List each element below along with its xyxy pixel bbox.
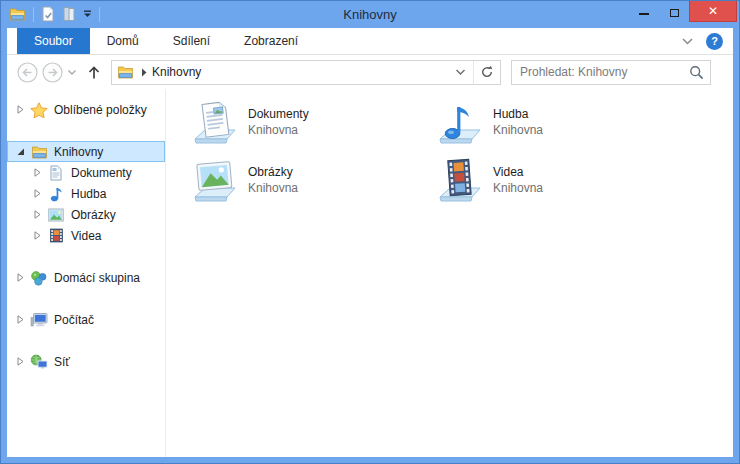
tab-share[interactable]: Sdílení: [156, 28, 227, 54]
tile-title: Hudba: [493, 107, 543, 121]
pictures-icon: [47, 207, 65, 223]
collapsed-expander-icon[interactable]: [15, 105, 26, 114]
collapsed-expander-icon[interactable]: [15, 357, 26, 366]
favorites-star-icon: [30, 102, 48, 118]
pictures-library-icon: [191, 158, 239, 206]
sidebar-item-libraries[interactable]: Knihovny: [7, 141, 165, 162]
sidebar-item-label: Videa: [71, 229, 101, 243]
minimize-icon: [639, 12, 649, 15]
collapsed-expander-icon[interactable]: [15, 315, 26, 324]
sidebar-item-network[interactable]: Síť: [7, 351, 165, 372]
window-controls: ✕: [629, 1, 737, 22]
collapsed-expander-icon[interactable]: [32, 231, 43, 240]
tile-title: Obrázky: [248, 165, 298, 179]
music-library-icon: [436, 100, 484, 148]
address-bar[interactable]: Knihovny: [111, 60, 501, 85]
refresh-button[interactable]: [474, 61, 500, 84]
navigation-pane: Oblíbené položky Knihovny: [7, 89, 165, 457]
window-body: Oblíbené položky Knihovny: [7, 89, 733, 457]
tile-subtitle: Knihovna: [493, 123, 543, 137]
window-title: Knihovny: [121, 1, 619, 27]
sidebar-item-music[interactable]: Hudba: [7, 183, 165, 204]
library-tile-videos[interactable]: Videa Knihovna: [436, 158, 681, 216]
collapsed-expander-icon[interactable]: [32, 168, 43, 177]
breadcrumb-item[interactable]: Knihovny: [152, 65, 201, 79]
address-location-icon: [117, 64, 134, 80]
network-icon: [30, 354, 48, 370]
sidebar-item-label: Počítač: [54, 313, 94, 327]
ribbon-tabstrip: Soubor Domů Sdílení Zobrazení ?: [7, 28, 733, 55]
qat-customize-dropdown-icon[interactable]: [83, 10, 92, 18]
library-tile-music[interactable]: Hudba Knihovna: [436, 100, 681, 158]
maximize-icon: [670, 9, 679, 17]
forward-button[interactable]: [42, 62, 63, 83]
sidebar-item-label: Dokumenty: [71, 166, 132, 180]
qat-separator: [33, 7, 34, 22]
tile-title: Videa: [493, 165, 543, 179]
tab-home[interactable]: Domů: [90, 28, 156, 54]
close-button[interactable]: ✕: [689, 1, 737, 22]
collapsed-expander-icon[interactable]: [15, 273, 26, 282]
ribbon-expand-button[interactable]: [681, 32, 694, 50]
quick-access-toolbar: [9, 5, 100, 23]
titlebar: Knihovny ✕: [1, 1, 739, 28]
sidebar-item-label: Síť: [54, 355, 70, 369]
tile-subtitle: Knihovna: [248, 181, 298, 195]
homegroup-icon: [30, 270, 48, 286]
libraries-folder-icon: [30, 144, 48, 160]
tile-subtitle: Knihovna: [493, 181, 543, 195]
sidebar-item-label: Domácí skupina: [54, 271, 140, 285]
help-icon: ?: [711, 35, 718, 47]
sidebar-item-label: Knihovny: [54, 145, 103, 159]
sidebar-item-pictures[interactable]: Obrázky: [7, 204, 165, 225]
computer-icon: [30, 312, 48, 328]
sidebar-item-videos[interactable]: Videa: [7, 225, 165, 246]
music-note-icon: [47, 186, 65, 202]
maximize-button[interactable]: [659, 1, 689, 22]
sidebar-item-documents[interactable]: Dokumenty: [7, 162, 165, 183]
sidebar-item-homegroup[interactable]: Domácí skupina: [7, 267, 165, 288]
recent-locations-dropdown[interactable]: [67, 69, 77, 76]
tab-view[interactable]: Zobrazení: [227, 28, 315, 54]
back-button[interactable]: [17, 62, 38, 83]
tab-file[interactable]: Soubor: [17, 28, 90, 54]
properties-button[interactable]: [41, 6, 55, 22]
videos-library-icon: [436, 158, 484, 206]
documents-library-icon: [191, 100, 239, 148]
collapsed-expander-icon[interactable]: [32, 189, 43, 198]
address-dropdown-button[interactable]: [447, 61, 473, 84]
search-input[interactable]: [514, 65, 689, 79]
expanded-expander-icon[interactable]: [15, 148, 26, 156]
breadcrumb-arrow-icon[interactable]: [141, 68, 147, 77]
collapsed-expander-icon[interactable]: [32, 210, 43, 219]
sidebar-item-label: Oblíbené položky: [54, 103, 147, 117]
qat-separator: [99, 7, 100, 22]
videos-filmstrip-icon: [47, 228, 65, 244]
navigation-bar: Knihovny: [7, 55, 733, 89]
up-button[interactable]: [86, 64, 102, 81]
search-icon[interactable]: [689, 65, 704, 80]
explorer-folder-icon: [9, 6, 26, 22]
sidebar-item-computer[interactable]: Počítač: [7, 309, 165, 330]
new-folder-button[interactable]: [62, 6, 76, 22]
library-tile-pictures[interactable]: Obrázky Knihovna: [191, 158, 436, 216]
tile-title: Dokumenty: [248, 107, 309, 121]
sidebar-item-label: Obrázky: [71, 208, 116, 222]
minimize-button[interactable]: [629, 1, 659, 22]
tile-subtitle: Knihovna: [248, 123, 309, 137]
sidebar-item-favorites[interactable]: Oblíbené položky: [7, 99, 165, 120]
sidebar-item-label: Hudba: [71, 187, 106, 201]
close-icon: ✕: [708, 4, 718, 18]
library-tile-documents[interactable]: Dokumenty Knihovna: [191, 100, 436, 158]
search-box[interactable]: [511, 60, 711, 85]
help-button[interactable]: ?: [706, 33, 723, 50]
documents-icon: [47, 165, 65, 181]
items-view: Dokumenty Knihovna: [166, 89, 733, 457]
explorer-window: Knihovny ✕ Soubor Domů Sdílení Zobrazení…: [0, 0, 740, 464]
